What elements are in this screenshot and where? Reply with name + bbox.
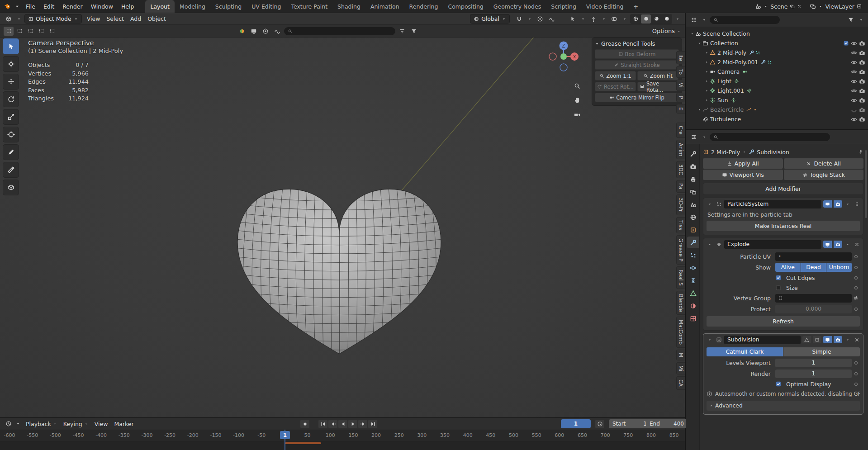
sidebar-tab-3d-pr[interactable]: 3D-Pr <box>676 194 685 215</box>
workspace-tab-modeling[interactable]: Modeling <box>175 0 210 13</box>
optimal-display-checkbox[interactable]: Optimal Display <box>775 381 852 388</box>
extras-dropdown-icon[interactable] <box>844 201 851 207</box>
sidebar-tab-to[interactable]: To <box>676 66 685 78</box>
render-levels-field[interactable]: 1 <box>775 369 852 378</box>
particle-uv-field[interactable]: • <box>775 252 852 261</box>
viewport-menu-object[interactable]: Object <box>144 15 169 22</box>
editor-type-icon[interactable] <box>689 133 699 142</box>
disable-in-renders-camera-icon[interactable] <box>859 50 865 56</box>
sidebar-tab-pa[interactable]: Pa <box>676 180 685 192</box>
falloff-icon[interactable] <box>261 27 270 36</box>
unlink-scene-icon[interactable] <box>797 3 802 9</box>
brush-palette-icon[interactable] <box>237 27 247 36</box>
disable-in-renders-camera-icon[interactable] <box>859 107 865 113</box>
gp-button-reset-rot-[interactable]: Reset Rot... <box>595 82 636 91</box>
workspace-tab-+[interactable]: + <box>628 0 643 13</box>
new-scene-icon[interactable] <box>790 3 795 9</box>
properties-tab-tool[interactable] <box>687 148 699 160</box>
chevron-down-icon[interactable] <box>701 133 708 142</box>
outliner-search-input[interactable] <box>710 16 780 24</box>
mode-select-set-icon[interactable] <box>4 27 14 36</box>
expand-icon[interactable] <box>706 337 713 343</box>
outliner-row-2-mid-poly-001[interactable]: 2 Mid-Poly.001 <box>686 57 868 67</box>
disable-in-renders-camera-icon[interactable] <box>859 88 865 94</box>
properties-tab-modifiers[interactable] <box>687 237 699 248</box>
auto-keying-button[interactable] <box>300 420 309 428</box>
cut-edges-checkbox[interactable]: Cut Edges <box>775 275 852 281</box>
play-button[interactable] <box>348 420 357 428</box>
disable-in-renders-camera-icon[interactable] <box>859 78 865 85</box>
curve-falloff-icon[interactable] <box>272 27 282 36</box>
make-instances-real-button[interactable]: Make Instances Real <box>707 221 860 231</box>
show-dead-button[interactable]: Dead <box>801 263 826 272</box>
expand-right-icon[interactable] <box>704 70 710 74</box>
outliner-row-scene-collection[interactable]: Scene Collection <box>686 29 868 38</box>
workspace-tab-shading[interactable]: Shading <box>332 0 365 13</box>
extras-dropdown-icon[interactable] <box>844 337 851 343</box>
hide-in-viewport-eye-icon[interactable] <box>851 116 857 123</box>
decorator-dot[interactable] <box>852 361 860 365</box>
workspace-tab-scripting[interactable]: Scripting <box>546 0 581 13</box>
display-viewport-toggle[interactable] <box>823 241 832 248</box>
editor-type-icon[interactable] <box>689 15 699 24</box>
chevron-down-icon[interactable] <box>674 14 681 24</box>
outliner-row-turbulence[interactable]: Turbulence <box>686 114 868 124</box>
collapse-icon[interactable] <box>595 41 599 47</box>
mode-select-intersect-icon[interactable] <box>47 27 57 36</box>
scrollbar[interactable] <box>865 150 867 218</box>
menu-render[interactable]: Render <box>58 0 87 13</box>
apply-all-button[interactable]: Apply All <box>703 158 783 169</box>
gp-button-camera-mirror-flip[interactable]: Camera Mirror Flip <box>595 93 679 102</box>
decorator-dot[interactable] <box>852 383 860 386</box>
close-icon[interactable] <box>853 337 860 343</box>
tool-search-input[interactable] <box>284 27 395 35</box>
expand-right-icon[interactable] <box>704 60 710 64</box>
hide-in-viewport-eye-icon[interactable] <box>851 107 857 113</box>
drag-handle-icon[interactable] <box>853 201 860 207</box>
mode-select-extend-icon[interactable] <box>14 27 24 36</box>
funnel-icon[interactable] <box>409 27 419 36</box>
next-keyframe-button[interactable] <box>358 420 367 428</box>
protect-field[interactable]: 0.000 <box>775 305 852 313</box>
modifier-name-field[interactable]: ParticleSystem <box>724 200 821 208</box>
close-icon[interactable] <box>853 242 860 247</box>
workspace-tab-compositing[interactable]: Compositing <box>443 0 488 13</box>
gp-button-zoom-1-1[interactable]: Zoom 1:1 <box>595 71 636 81</box>
properties-tab-object-data[interactable] <box>687 287 699 299</box>
play-reverse-button[interactable] <box>338 420 347 428</box>
sidebar-tab-m[interactable]: M <box>676 350 685 360</box>
gp-button-straight-stroke[interactable]: Straight Stroke <box>595 60 679 70</box>
snap-magnet-icon[interactable] <box>514 14 524 24</box>
extras-dropdown-icon[interactable] <box>844 242 851 247</box>
editor-type-icon[interactable] <box>4 14 14 24</box>
sidebar-tab-real-s[interactable]: Real S <box>676 266 685 289</box>
size-checkbox[interactable]: Size <box>775 284 852 291</box>
workspace-tab-geometry-nodes[interactable]: Geometry Nodes <box>489 0 546 13</box>
proportional-falloff-icon[interactable] <box>547 14 557 24</box>
expand-right-icon[interactable] <box>697 108 702 112</box>
timeline-menu-marker[interactable]: Marker <box>111 421 137 427</box>
sidebar-tab-p[interactable]: P <box>676 93 685 102</box>
gp-button-zoom-fit[interactable]: Zoom Fit <box>637 71 678 81</box>
sidebar-tab-e[interactable]: E <box>676 104 685 114</box>
sidebar-tab-matcomb[interactable]: MatComb <box>676 317 685 348</box>
disable-in-renders-camera-icon[interactable] <box>859 69 865 75</box>
properties-tab-render[interactable] <box>687 161 699 172</box>
properties-tab-texture[interactable] <box>687 313 699 324</box>
menu-window[interactable]: Window <box>87 0 117 13</box>
tool-scale[interactable] <box>3 109 19 125</box>
frame-start-field[interactable]: Start1 <box>609 419 650 428</box>
chevron-down-icon[interactable] <box>14 419 22 428</box>
sidebar-tab-blende[interactable]: Blende <box>676 291 685 315</box>
sidebar-tab-ite[interactable]: Ite <box>676 51 685 64</box>
tool-select-box[interactable] <box>3 38 19 54</box>
tool-transform[interactable] <box>3 127 19 142</box>
disable-in-renders-camera-icon[interactable] <box>859 116 865 123</box>
sidebar-tab-3dc[interactable]: 3DC <box>676 161 685 178</box>
scene-selector[interactable]: Scene <box>751 3 805 10</box>
filter-list-icon[interactable] <box>397 27 407 36</box>
chevron-down-icon[interactable] <box>858 15 865 24</box>
menu-help[interactable]: Help <box>117 0 138 13</box>
disable-in-renders-camera-icon[interactable] <box>859 40 865 47</box>
tool-add-cube[interactable] <box>3 180 19 195</box>
